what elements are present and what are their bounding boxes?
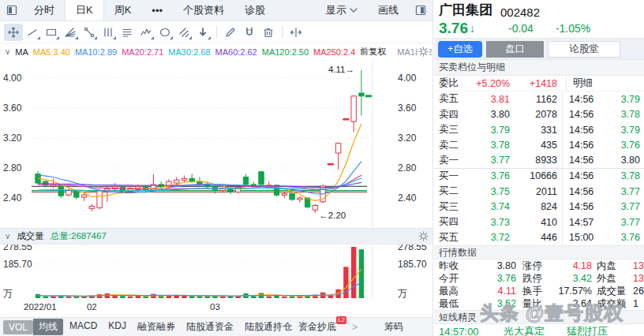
price-chart[interactable]: 4.004.003.603.603.203.202.802.802.402.40… <box>0 60 433 228</box>
trade-detail-row[interactable]: 14:563.77 <box>563 200 644 215</box>
more-periods-button[interactable]: ••• <box>141 0 173 21</box>
order-book-row[interactable]: 卖二3.78435 <box>434 138 562 154</box>
quote-field-value: 17.57% <box>549 286 592 297</box>
order-book-row[interactable]: 卖三3.79331 <box>434 122 562 138</box>
indicator-tab[interactable]: 陆股通持仓 <box>245 320 292 334</box>
svg-text:2.80: 2.80 <box>3 162 22 174</box>
rectangle-icon[interactable] <box>42 24 61 41</box>
ma-legend-item: MA20:2.71 <box>122 47 163 57</box>
svg-text:4.00: 4.00 <box>398 73 417 84</box>
indicator-tab[interactable]: MACD <box>69 320 97 334</box>
trade-price: 3.76 <box>602 140 640 151</box>
order-book-row[interactable]: 卖四3.802078 <box>434 107 562 123</box>
level-volume: 8933 <box>510 155 557 166</box>
pitchfork-icon[interactable] <box>80 24 99 41</box>
indicator-tab[interactable]: KDJ <box>108 320 126 334</box>
trade-detail-row[interactable]: 14:573.77 <box>563 215 644 230</box>
quote-field-label: 成交量 <box>597 285 631 298</box>
order-book-row[interactable]: 买一3.7610666 <box>434 169 562 185</box>
tab-stock-info[interactable]: 个股资料 <box>173 0 234 21</box>
move-crosshair-icon[interactable] <box>4 24 23 41</box>
down-arrow-icon: ↓ <box>470 22 475 35</box>
trade-details-list[interactable]: 14:563.7914:563.7814:563.7914:563.7614:5… <box>562 91 644 245</box>
tab-ma-lines[interactable]: 均线 <box>33 319 63 335</box>
ma-legend-item: MA250:2.4 <box>313 47 355 57</box>
quote-field-label: 换手 <box>522 285 549 298</box>
ellipse-icon[interactable] <box>155 24 174 41</box>
tab-vol[interactable]: VOL <box>3 320 33 334</box>
parallel-lines-icon[interactable] <box>174 24 193 41</box>
tab-order-book[interactable]: 盘口 <box>486 41 544 58</box>
display-dropdown[interactable]: 显示 <box>316 0 368 21</box>
ma-legend-item: MA5:3.40 <box>33 47 70 57</box>
tab-minute[interactable]: 分时 <box>24 0 65 21</box>
more-tabs-arrow[interactable]: > <box>352 322 358 333</box>
level-label: 买一 <box>439 170 466 183</box>
trade-detail-row[interactable]: 14:563.79 <box>563 122 644 138</box>
gann-lines-icon[interactable] <box>118 24 137 41</box>
price-row: 3.76 ↓ -0.04 -1.05% <box>434 19 644 38</box>
horizontal-expand-icon[interactable] <box>286 24 305 41</box>
order-book-row[interactable]: 买二3.752011 <box>434 184 562 200</box>
alert-row[interactable]: 14:57:00 光大真定 猛烈打压 <box>434 324 644 336</box>
vertical-lines-icon[interactable] <box>99 24 118 41</box>
tab-fund-dip[interactable]: 资金抄底 L2 <box>298 320 336 334</box>
trade-price: 3.78 <box>602 170 640 181</box>
tab-diagnose[interactable]: 诊股 <box>234 0 275 21</box>
toolbar-separator <box>216 26 217 38</box>
svg-text:4.00: 4.00 <box>3 73 22 84</box>
layout-right-panel-icon[interactable] <box>409 0 432 21</box>
tab-daily-k[interactable]: 日K <box>65 0 104 21</box>
indicator-tab[interactable]: 融资融券 <box>137 320 175 334</box>
price-adjust-mode[interactable]: 前复权 <box>360 46 386 58</box>
trade-detail-row[interactable]: 14:563.80 <box>563 153 644 169</box>
collapse-caret-icon[interactable]: ∨ <box>5 47 10 56</box>
layout-left-panel-icon[interactable] <box>0 0 24 21</box>
quote-field-value: 1 <box>633 298 638 309</box>
trade-time: 14:56 <box>569 170 602 181</box>
alert-seat: 光大真定 <box>504 324 567 336</box>
order-book-row[interactable]: 买五3.72446 <box>434 230 562 246</box>
collapse-caret-icon[interactable]: ∨ <box>5 232 10 241</box>
add-watchlist-button[interactable]: +自选 <box>438 41 482 58</box>
pencil-icon[interactable] <box>221 24 240 41</box>
level-price: 3.76 <box>466 170 510 181</box>
tab-stock-forum[interactable]: 论股堂 <box>548 41 620 58</box>
level-price: 3.73 <box>466 217 510 228</box>
trade-detail-row[interactable]: 14:563.78 <box>563 107 644 123</box>
l2-badge: L2 <box>336 316 346 324</box>
tab-chip-distribution[interactable]: 筹码 <box>384 320 403 334</box>
trade-detail-row[interactable]: 14:563.76 <box>563 138 644 154</box>
level-price: 3.78 <box>466 140 510 151</box>
volume-chart[interactable]: 278.55278.55185.70185.70万万2022/010203 <box>0 245 433 317</box>
wave-icon[interactable] <box>137 24 155 41</box>
draw-line-button[interactable]: 画线 <box>368 0 409 21</box>
order-book-row[interactable]: 买三3.74824 <box>434 200 562 215</box>
magnet-icon[interactable] <box>240 24 259 41</box>
trade-detail-row[interactable]: 14:563.78 <box>563 169 644 185</box>
trade-detail-row[interactable]: 14:563.79 <box>563 91 644 107</box>
order-book-row[interactable]: 买四3.73410 <box>434 215 562 230</box>
quote-field-value: 3.76 <box>467 273 516 284</box>
level-label: 卖四 <box>439 108 466 121</box>
trend-line-icon[interactable] <box>23 24 42 41</box>
fan-lines-icon[interactable] <box>61 24 80 41</box>
volume-settings-gear-icon[interactable] <box>417 230 429 242</box>
order-book-row[interactable]: 卖五3.811162 <box>434 91 562 107</box>
tab-weekly-k[interactable]: 周K <box>104 0 142 21</box>
order-book-row[interactable]: 卖一3.778933 <box>434 153 562 169</box>
stock-app-window: 分时 日K 周K ••• 个股资料 诊股 显示 画线 <box>0 0 644 336</box>
level-price: 3.77 <box>466 155 510 166</box>
quote-field-value: 26 <box>633 286 644 297</box>
arrow-down-icon[interactable] <box>193 24 212 41</box>
quote-field-value: 2.64 <box>549 298 592 309</box>
detail-column-header: 明细 <box>566 76 644 91</box>
trash-icon[interactable] <box>259 24 278 41</box>
ma-legend: ∨ MA MA5:3.40MA10:2.89MA20:2.71MA30:2.68… <box>0 43 432 60</box>
indicator-tab[interactable]: 陆股通资金 <box>186 320 234 334</box>
ma-settings-gear-icon[interactable] <box>417 46 429 58</box>
svg-text:278.55: 278.55 <box>398 245 427 252</box>
trade-detail-row[interactable]: 15:003.76 <box>563 230 644 246</box>
trade-detail-row[interactable]: 14:563.77 <box>563 184 644 200</box>
trade-time: 15:00 <box>569 232 602 243</box>
